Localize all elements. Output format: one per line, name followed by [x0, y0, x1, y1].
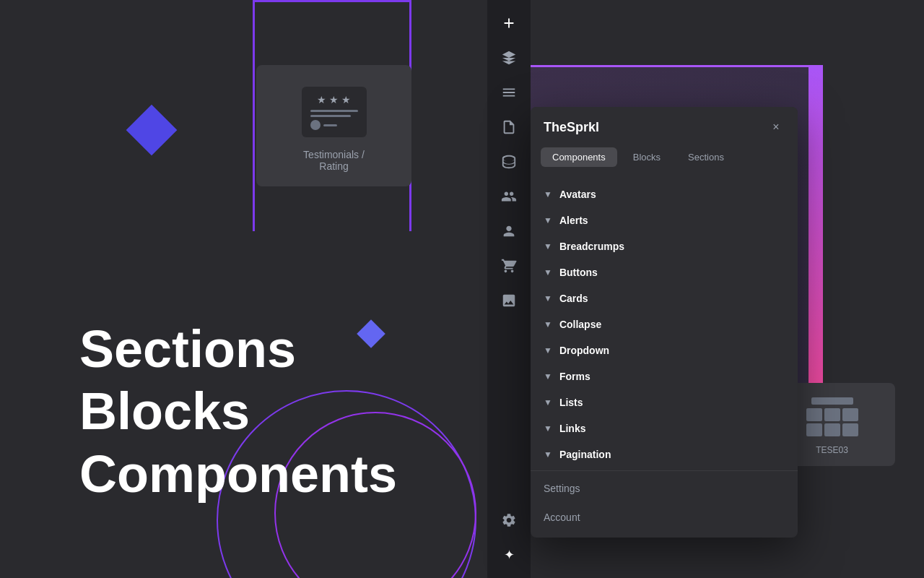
sidebar-settings-item[interactable] — [493, 504, 525, 536]
panel-item-forms[interactable]: ▼ Forms — [531, 363, 798, 389]
forms-label: Forms — [559, 371, 590, 382]
lists-label: Lists — [559, 397, 583, 408]
pagination-label: Pagination — [559, 449, 611, 460]
dropdown-label: Dropdown — [559, 345, 609, 356]
panel-close-button[interactable]: × — [767, 118, 785, 136]
file-icon — [501, 119, 517, 135]
breadcrumps-label: Breadcrumps — [559, 241, 624, 252]
panel-item-avatars[interactable]: ▼ Avatars — [531, 181, 798, 207]
panel-item-cards[interactable]: ▼ Cards — [531, 285, 798, 311]
pagination-arrow: ▼ — [544, 449, 552, 460]
panel-title: TheSprkl — [544, 120, 599, 135]
alerts-arrow: ▼ — [544, 215, 552, 225]
person-icon — [501, 223, 517, 239]
list-icon — [501, 85, 517, 100]
links-label: Links — [559, 423, 586, 434]
panel-item-links[interactable]: ▼ Links — [531, 415, 798, 441]
tese-grid — [806, 408, 858, 436]
buttons-arrow: ▼ — [544, 267, 552, 277]
avatars-arrow: ▼ — [544, 189, 552, 199]
cards-label: Cards — [559, 293, 588, 304]
panel-item-pagination[interactable]: ▼ Pagination — [531, 441, 798, 467]
sidebar-person-item[interactable] — [493, 215, 525, 247]
sidebar-cart-item[interactable] — [493, 250, 525, 282]
thesprkl-panel: TheSprkl × Components Blocks Sections ▼ … — [531, 107, 798, 538]
panel-item-breadcrumps[interactable]: ▼ Breadcrumps — [531, 233, 798, 259]
plus-icon — [501, 15, 517, 31]
sidebar-image-item[interactable] — [493, 285, 525, 316]
avatars-label: Avatars — [559, 189, 596, 200]
tese-label: TESE03 — [816, 445, 848, 455]
text-components: Components — [79, 443, 397, 505]
panel-content: ▼ Avatars ▼ Alerts ▼ Breadcrumps ▼ Butto… — [531, 176, 798, 538]
links-arrow: ▼ — [544, 423, 552, 434]
panel-item-dropdown[interactable]: ▼ Dropdown — [531, 337, 798, 363]
breadcrumps-arrow: ▼ — [544, 241, 552, 251]
tab-sections[interactable]: Sections — [676, 147, 736, 167]
panel-item-buttons[interactable]: ▼ Buttons — [531, 259, 798, 285]
lists-arrow: ▼ — [544, 397, 552, 407]
database-icon — [501, 154, 517, 170]
left-sidebar: ✦ — [487, 0, 531, 578]
collapse-label: Collapse — [559, 319, 601, 330]
testimonials-card: ★ ★ ★ Testimonials / Rating — [256, 65, 411, 186]
dropdown-arrow: ▼ — [544, 345, 552, 355]
buttons-label: Buttons — [559, 267, 598, 278]
text-sections: Sections — [79, 318, 397, 380]
cards-arrow: ▼ — [544, 293, 552, 303]
panel-settings-item[interactable]: Settings — [531, 474, 798, 503]
image-icon — [501, 293, 517, 309]
cart-icon — [501, 258, 517, 274]
tab-blocks[interactable]: Blocks — [622, 147, 672, 167]
settings-icon — [501, 512, 517, 528]
alerts-label: Alerts — [559, 215, 588, 226]
sidebar-group-item[interactable] — [493, 181, 525, 212]
panel-item-collapse[interactable]: ▼ Collapse — [531, 311, 798, 337]
testimonials-label: Testimonials / Rating — [303, 149, 365, 172]
diamond-icon-1 — [126, 105, 178, 156]
main-text-block: Sections Blocks Components — [79, 318, 397, 505]
group-icon — [501, 189, 517, 204]
sidebar-cube-item[interactable] — [493, 42, 525, 74]
panel-tabs: Components Blocks Sections — [531, 147, 798, 176]
purple-stripe — [808, 65, 823, 397]
card-stars: ★ ★ ★ — [317, 94, 351, 105]
tese-icon — [806, 397, 858, 436]
card-lines — [310, 110, 358, 130]
panel-item-lists[interactable]: ▼ Lists — [531, 389, 798, 415]
collapse-arrow: ▼ — [544, 319, 552, 329]
sidebar-list-item[interactable] — [493, 77, 525, 108]
sidebar-file-item[interactable] — [493, 111, 525, 143]
text-blocks: Blocks — [79, 380, 397, 442]
panel-header: TheSprkl × — [531, 107, 798, 147]
tab-components[interactable]: Components — [541, 147, 617, 167]
sidebar-database-item[interactable] — [493, 146, 525, 178]
panel-divider — [531, 470, 798, 471]
card-icon: ★ ★ ★ — [302, 87, 367, 137]
forms-arrow: ▼ — [544, 371, 552, 381]
sidebar-sparkle-item[interactable]: ✦ — [493, 539, 525, 571]
panel-account-item[interactable]: Account — [531, 503, 798, 532]
cube-icon — [501, 50, 517, 66]
panel-item-alerts[interactable]: ▼ Alerts — [531, 207, 798, 233]
sidebar-add-button[interactable] — [493, 7, 525, 39]
